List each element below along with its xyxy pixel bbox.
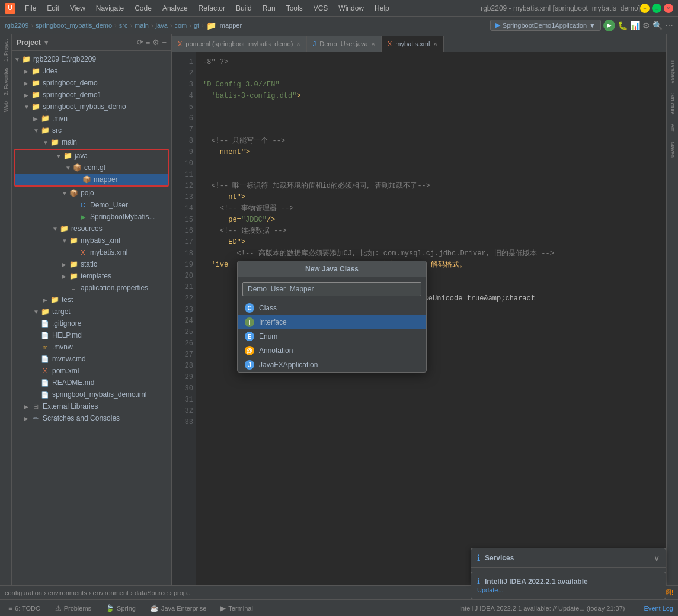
maven-tab[interactable]: Maven [669, 139, 677, 160]
tree-item-templates[interactable]: ▶ 📁 templates [12, 270, 171, 282]
search-everywhere-icon[interactable]: 🔍 [653, 21, 663, 30]
breadcrumb-rgb2209[interactable]: rgb2209 [5, 22, 28, 29]
tree-item-mybatis-xml-folder[interactable]: ▼ 📁 mybatis_xml [12, 235, 171, 246]
tree-item-help-md[interactable]: 📄 HELP.md [12, 329, 171, 341]
more-actions-icon[interactable]: ⋯ [665, 21, 673, 30]
tree-item-root[interactable]: ▼ 📁 rgb2209 E:\rgb2209 [12, 53, 171, 65]
tab-close-icon[interactable]: × [372, 40, 375, 47]
breadcrumb-java[interactable]: java [156, 22, 168, 29]
props-icon: ≡ [69, 283, 78, 293]
spring-tab[interactable]: 🍃 Spring [102, 603, 139, 614]
breadcrumb-mapper[interactable]: mapper [220, 22, 242, 29]
debug-button[interactable]: 🐛 [618, 21, 628, 30]
tree-item-springboot-demo[interactable]: ▶ 📁 springboot_demo [12, 77, 171, 89]
tree-item-mybatis-xml[interactable]: X mybatis.xml [12, 246, 171, 258]
tree-item-demo-user[interactable]: C Demo_User [12, 199, 171, 211]
coverage-button[interactable]: 📊 [630, 21, 640, 30]
option-annotation[interactable]: @ Annotation [238, 344, 426, 358]
tree-item-scratches[interactable]: ▶ ✏ Scratches and Consoles [12, 412, 171, 424]
breadcrumb-com[interactable]: com [174, 22, 187, 29]
services-close-icon[interactable]: ∨ [654, 553, 660, 563]
todo-tab[interactable]: ≡ 6: TODO [5, 603, 44, 614]
collapse-icon[interactable]: ≡ [146, 38, 151, 47]
folder-icon: 📁 [69, 271, 78, 281]
maximize-button[interactable]: □ [652, 4, 661, 13]
panel-dropdown-icon[interactable]: ▼ [43, 39, 50, 46]
java-enterprise-tab[interactable]: ☕ Java Enterprise [146, 603, 210, 614]
tree-item-external-libs[interactable]: ▶ ⊞ External Libraries [12, 400, 171, 412]
structure-tab[interactable]: Structure [669, 91, 677, 117]
class-name-input[interactable] [242, 282, 421, 296]
project-tab[interactable]: 1: Project [2, 37, 10, 64]
minimize-button[interactable]: − [640, 4, 650, 13]
tree-item-mvn[interactable]: ▶ 📁 .mvn [12, 113, 171, 124]
sync-icon[interactable]: ⟳ [137, 38, 143, 47]
expand-arrow: ▼ [43, 139, 50, 146]
tree-item-src[interactable]: ▼ 📁 src [12, 124, 171, 136]
tree-item-idea[interactable]: ▶ 📁 .idea [12, 65, 171, 77]
tree-item-static[interactable]: ▶ 📁 static [12, 258, 171, 270]
close-panel-icon[interactable]: − [162, 38, 167, 47]
menu-edit[interactable]: Edit [42, 3, 64, 14]
annotation-icon: @ [245, 346, 254, 355]
problems-tab[interactable]: ⚠ Problems [52, 603, 95, 614]
menu-help[interactable]: Help [370, 3, 394, 14]
menu-build[interactable]: Build [231, 3, 257, 14]
settings-icon[interactable]: ⚙ [642, 21, 650, 30]
tree-item-com-gt[interactable]: ▼ 📦 com.gt [15, 162, 168, 174]
menu-window[interactable]: Window [334, 3, 369, 14]
option-interface[interactable]: I Interface [238, 315, 426, 329]
tree-item-springboot-demo1[interactable]: ▶ 📁 springboot_demo1 [12, 89, 171, 101]
run-config-selector[interactable]: ▶ SpringbootDemo1Application ▼ [490, 20, 601, 31]
option-javafx[interactable]: J JavaFXApplication [238, 358, 426, 372]
close-button[interactable]: × [664, 4, 673, 13]
menu-file[interactable]: File [20, 3, 41, 14]
tree-item-springboot-mybatis-class[interactable]: ▶ SpringbootMybatis... [12, 211, 171, 223]
database-tab[interactable]: Database [669, 58, 677, 86]
tree-item-readme[interactable]: 📄 README.md [12, 377, 171, 389]
tree-item-app-props[interactable]: ≡ application.properties [12, 282, 171, 294]
menu-code[interactable]: Code [130, 3, 156, 14]
breadcrumb-gt[interactable]: gt [194, 22, 199, 29]
tab-mybatis-xml[interactable]: X mybatis.xml × [382, 36, 444, 52]
menu-view[interactable]: View [65, 3, 90, 14]
tree-item-target[interactable]: ▼ 📁 target [12, 306, 171, 317]
package-icon: 📦 [69, 188, 78, 198]
menu-refactor[interactable]: Refactor [194, 3, 230, 14]
option-enum[interactable]: E Enum [238, 329, 426, 344]
tree-item-main[interactable]: ▼ 📁 main [12, 136, 171, 148]
run-config-icon: ▶ [495, 21, 500, 29]
tree-item-springboot-mybatis-demo[interactable]: ▼ 📁 springboot_mybatis_demo [12, 101, 171, 113]
tree-item-pom-xml[interactable]: X pom.xml [12, 365, 171, 377]
run-button[interactable]: ▶ [603, 20, 615, 31]
option-class[interactable]: C Class [238, 301, 426, 315]
tree-item-resources[interactable]: ▼ 📁 resources [12, 223, 171, 235]
breadcrumb-src[interactable]: src [119, 22, 128, 29]
tree-item-iml[interactable]: 📄 springboot_mybatis_demo.iml [12, 389, 171, 400]
gear-icon[interactable]: ⚙ [152, 38, 159, 47]
menu-analyze[interactable]: Analyze [158, 3, 193, 14]
tree-item-pojo[interactable]: ▼ 📦 pojo [12, 187, 171, 199]
tree-item-gitignore[interactable]: 📄 .gitignore [12, 317, 171, 329]
event-log-link[interactable]: Event Log [644, 605, 673, 612]
breadcrumb-main[interactable]: main [135, 22, 149, 29]
tab-demo-user[interactable]: J Demo_User.java × [307, 36, 382, 52]
tree-item-java[interactable]: ▼ 📁 java [15, 150, 168, 162]
menu-vcs[interactable]: VCS [309, 3, 333, 14]
tab-close-icon[interactable]: × [296, 40, 300, 47]
favorites-tab[interactable]: 2: Favorites [2, 65, 10, 98]
menu-run[interactable]: Run [258, 3, 280, 14]
tree-item-test[interactable]: ▶ 📁 test [12, 294, 171, 306]
menu-navigate[interactable]: Navigate [91, 3, 129, 14]
tree-item-mvnw-cmd[interactable]: 📄 mvnw.cmd [12, 353, 171, 365]
menu-tools[interactable]: Tools [282, 3, 308, 14]
ant-tab[interactable]: Ant [669, 121, 677, 134]
tree-item-mvnw[interactable]: m .mvnw [12, 341, 171, 353]
update-link[interactable]: Update... [477, 586, 504, 593]
terminal-tab[interactable]: ▶ Terminal [217, 603, 257, 614]
tab-pom-xml[interactable]: X pom.xml (springboot_mybatis_demo) × [172, 36, 307, 52]
tab-close-icon[interactable]: × [433, 40, 437, 47]
web-tab[interactable]: Web [2, 99, 10, 114]
tree-item-mapper[interactable]: 📦 mapper [15, 174, 168, 185]
breadcrumb-project[interactable]: springboot_mybatis_demo [36, 22, 112, 29]
